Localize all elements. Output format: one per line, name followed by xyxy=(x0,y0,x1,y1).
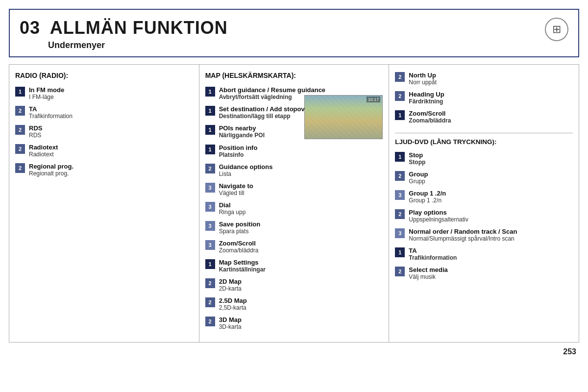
item-secondary: Regionalt prog. xyxy=(29,170,74,177)
list-item: 2North UpNorr uppåt xyxy=(395,72,573,86)
item-primary: In FM mode xyxy=(29,86,64,94)
item-primary: 3D Map xyxy=(219,316,242,323)
list-item: 22D Map2D-karta xyxy=(205,278,383,292)
dvd-items: 1StopStopp2GroupGrupp3Group 1 .2/nGroup … xyxy=(395,151,573,280)
list-item: 2Regional prog.Regionalt prog. xyxy=(15,163,193,177)
item-secondary: Platsinfo xyxy=(219,151,258,158)
list-item: 2GroupGrupp xyxy=(395,171,573,185)
dvd-section-title: LJUD-DVD (LÅNG TRYCKNING): xyxy=(395,138,573,146)
item-primary: Play options xyxy=(409,209,468,216)
item-secondary: Radiotext xyxy=(29,151,58,158)
item-primary: Group xyxy=(409,171,428,178)
item-secondary: Närliggande POI xyxy=(219,132,265,139)
item-primary: Abort guidance / Resume guidance xyxy=(219,86,325,94)
list-item: 3Normal order / Random track / ScanNorma… xyxy=(395,228,573,242)
item-secondary: Grupp xyxy=(409,178,428,185)
list-item: 2Select mediaVälj musik xyxy=(395,266,573,280)
item-primary: Navigate to xyxy=(219,182,253,190)
item-secondary: Zooma/bläddra xyxy=(219,247,259,254)
list-item: 1Map SettingsKartinställningar xyxy=(205,259,383,273)
item-primary: 2D Map xyxy=(219,278,242,285)
list-item: 3DialRinga upp xyxy=(205,201,383,216)
list-item: 2Play optionsUppspelningsalternativ xyxy=(395,209,573,223)
item-secondary: Spara plats xyxy=(219,228,261,235)
list-item: 1Position infoPlatsinfo xyxy=(205,144,383,158)
item-secondary: I FM-läge xyxy=(29,94,64,100)
list-item: 2RDSRDS xyxy=(15,124,193,139)
list-item: 1POIs nearbyNärliggande POI10:17 xyxy=(205,124,383,139)
list-item: 2RadiotextRadiotext xyxy=(15,144,193,158)
item-primary: Save position xyxy=(219,220,261,228)
page-number: 253 xyxy=(0,343,588,359)
map-items: 1Abort guidance / Resume guidanceAvbryt/… xyxy=(205,86,383,330)
item-primary: Stop xyxy=(409,151,425,159)
map-panel: MAP (HELSKÄRMSKARTA): 1Abort guidance / … xyxy=(199,64,390,343)
header: 03 ALLMÄN FUNKTION Undermenyer ⊞ xyxy=(9,9,579,57)
item-secondary: Group 1 .2/n xyxy=(409,197,446,204)
chapter-number: 03 xyxy=(20,18,40,38)
main-content: RADIO (RADIO): 1In FM modeI FM-läge2TATr… xyxy=(9,64,579,343)
item-primary: Zoom/Scroll xyxy=(219,240,259,247)
item-secondary: 2D-karta xyxy=(219,285,242,292)
list-item: 2Heading UpFärdriktning xyxy=(395,91,573,105)
item-primary: Normal order / Random track / Scan xyxy=(409,228,517,235)
map-preview-image: 10:17 xyxy=(304,95,383,139)
item-primary: Map Settings xyxy=(219,259,266,266)
item-secondary: Trafikinformation xyxy=(409,254,457,261)
list-item: 3Save positionSpara plats xyxy=(205,220,383,235)
item-secondary: Zooma/bläddra xyxy=(409,117,451,124)
subtitle-text: Undermenyer xyxy=(48,40,228,50)
item-primary: POIs nearby xyxy=(219,124,265,132)
right-top-items: 2North UpNorr uppåt2Heading UpFärdriktni… xyxy=(395,72,573,124)
item-secondary: RDS xyxy=(29,132,42,139)
item-secondary: Norr uppåt xyxy=(409,79,437,86)
header-icon: ⊞ xyxy=(545,18,568,41)
list-item: 3Group 1 .2/nGroup 1 .2/n xyxy=(395,190,573,204)
item-primary: Position info xyxy=(219,144,258,151)
list-item: 1StopStopp xyxy=(395,151,573,166)
item-secondary: 3D-karta xyxy=(219,323,242,330)
list-item: 1In FM modeI FM-läge xyxy=(15,86,193,100)
item-primary: Heading Up xyxy=(409,91,444,98)
list-item: 3Navigate toVägled till xyxy=(205,182,383,196)
item-primary: Select media xyxy=(409,266,448,273)
list-item: 1Zoom/ScrollZooma/bläddra xyxy=(395,110,573,124)
title-text: ALLMÄN FUNKTION xyxy=(50,18,228,38)
radio-panel: RADIO (RADIO): 1In FM modeI FM-läge2TATr… xyxy=(9,64,199,343)
item-secondary: Ringa upp xyxy=(219,209,246,216)
item-secondary: Normal/Slumpmässigt spårval/Intro scan xyxy=(409,235,517,242)
list-item: 22.5D Map2,5D-karta xyxy=(205,297,383,311)
list-item: 1TATrafikinformation xyxy=(395,247,573,261)
item-primary: RDS xyxy=(29,124,42,132)
radio-items: 1In FM modeI FM-läge2TATrafikinformation… xyxy=(15,86,193,177)
item-secondary: Lista xyxy=(219,171,273,177)
radio-panel-title: RADIO (RADIO): xyxy=(15,72,193,79)
item-primary: North Up xyxy=(409,72,437,79)
item-primary: Guidance options xyxy=(219,163,273,171)
item-primary: TA xyxy=(409,247,457,254)
item-primary: Dial xyxy=(219,201,246,209)
item-primary: 2.5D Map xyxy=(219,297,247,304)
item-secondary: Stopp xyxy=(409,159,425,166)
item-secondary: Välj musik xyxy=(409,273,448,280)
item-primary: TA xyxy=(29,105,73,113)
item-secondary: 2,5D-karta xyxy=(219,304,247,311)
item-secondary: Kartinställningar xyxy=(219,266,266,273)
item-primary: Regional prog. xyxy=(29,163,74,170)
item-primary: Radiotext xyxy=(29,144,58,151)
page-title: 03 ALLMÄN FUNKTION xyxy=(20,18,228,38)
item-secondary: Destination/lägg till etapp xyxy=(219,113,311,120)
list-item: 2Guidance optionsLista xyxy=(205,163,383,177)
list-item: 3Zoom/ScrollZooma/bläddra xyxy=(205,240,383,254)
item-secondary: Uppspelningsalternativ xyxy=(409,216,468,223)
item-secondary: Trafikinformation xyxy=(29,113,73,120)
item-secondary: Vägled till xyxy=(219,190,253,196)
list-item: 2TATrafikinformation xyxy=(15,105,193,120)
item-secondary: Färdriktning xyxy=(409,98,444,105)
item-primary: Group 1 .2/n xyxy=(409,190,446,197)
item-primary: Set destination / Add stopover xyxy=(219,105,311,113)
list-item: 23D Map3D-karta xyxy=(205,316,383,330)
right-panel: 2North UpNorr uppåt2Heading UpFärdriktni… xyxy=(389,64,579,343)
map-panel-title: MAP (HELSKÄRMSKARTA): xyxy=(205,72,383,79)
item-primary: Zoom/Scroll xyxy=(409,110,451,117)
